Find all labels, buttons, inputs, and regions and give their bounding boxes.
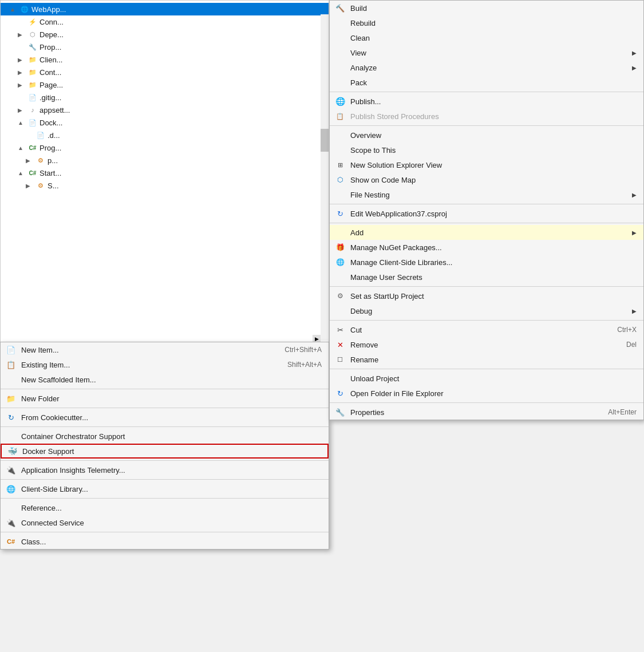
gear-s-icon: ⚙	[36, 181, 45, 190]
menu-item-rebuild[interactable]: Rebuild	[330, 15, 643, 30]
menu-item-clean[interactable]: Clean	[330, 30, 643, 45]
tree-item-s[interactable]: ▶ ⚙ S...	[1, 179, 329, 192]
menu-item-nuget[interactable]: 🎁 Manage NuGet Packages...	[330, 240, 643, 255]
menu-label: Analyze	[350, 64, 377, 72]
tree-item-dep[interactable]: ▶ ⬡ Depe...	[1, 28, 329, 41]
gear-p-icon: ⚙	[36, 156, 45, 165]
properties-icon: 🔧	[334, 406, 346, 418]
menu-item-remove[interactable]: ✕ Remove Del	[330, 337, 643, 352]
tree-item-conn[interactable]: ⚡ Conn...	[1, 15, 329, 28]
new-folder-icon: 📁	[5, 393, 17, 404]
menu-item-analyze[interactable]: Analyze ▶	[330, 60, 643, 75]
menu-item-scaffolded[interactable]: New Scaffolded Item...	[1, 372, 329, 387]
menu-label: Debug	[350, 307, 372, 315]
menu-item-client-lib[interactable]: 🌐 Client-Side Library...	[1, 481, 329, 496]
menu-item-startup-project[interactable]: ⚙ Set as StartUp Project	[330, 289, 643, 303]
music-icon: ♪	[28, 105, 37, 114]
menu-item-view[interactable]: View ▶	[330, 45, 643, 60]
tree-label: .d...	[48, 131, 60, 140]
scrollbar[interactable]	[321, 14, 329, 341]
properties-shortcut: Alt+Enter	[608, 408, 637, 416]
menu-item-publish[interactable]: 🌐 Publish...	[330, 94, 643, 109]
build-icon: 🔨	[334, 2, 346, 14]
menu-item-new-item[interactable]: 📄 New Item... Ctrl+Shift+A	[1, 342, 329, 357]
insights-icon: 🔌	[5, 464, 17, 476]
menu-item-connected-service[interactable]: 🔌 Connected Service	[1, 515, 329, 530]
tree-item-program[interactable]: ▲ C# Prog...	[1, 141, 329, 154]
menu-item-code-map[interactable]: ⬡ Show on Code Map	[330, 172, 643, 187]
menu-item-new-folder[interactable]: 📁 New Folder	[1, 391, 329, 406]
menu-item-properties[interactable]: 🔧 Properties Alt+Enter	[330, 405, 643, 420]
tree-item-cont[interactable]: ▶ 📁 Cont...	[1, 66, 329, 78]
menu-item-pack[interactable]: Pack	[330, 75, 643, 90]
user-secrets-icon	[334, 271, 346, 283]
menu-item-reference[interactable]: Reference...	[1, 500, 329, 515]
tree-item-docker[interactable]: ▲ 📄 Dock...	[1, 116, 329, 129]
connected-service-icon: 🔌	[5, 517, 17, 528]
separator	[1, 479, 329, 480]
menu-label: New Scaffolded Item...	[21, 376, 96, 384]
add-submenu: 📄 New Item... Ctrl+Shift+A 📋 Existing It…	[0, 342, 329, 550]
menu-item-build[interactable]: 🔨 Build	[330, 1, 643, 15]
code-map-icon: ⬡	[334, 174, 346, 185]
separator	[1, 389, 329, 389]
tree-item-p[interactable]: ▶ ⚙ p...	[1, 154, 329, 167]
tree-item-startup[interactable]: ▲ C# Start...	[1, 167, 329, 179]
menu-item-class[interactable]: C# Class...	[1, 534, 329, 549]
menu-label: Properties	[350, 408, 384, 417]
view-icon	[334, 47, 346, 58]
menu-label: Connected Service	[21, 519, 84, 527]
publish-icon: 🌐	[334, 96, 346, 107]
menu-item-overview[interactable]: Overview	[330, 128, 643, 143]
separator	[1, 498, 329, 499]
tree-item-gitignore[interactable]: 📄 .gitig...	[1, 91, 329, 104]
file-docker-icon: 📄	[28, 118, 37, 127]
scrollbar-thumb[interactable]	[321, 129, 329, 152]
separator	[330, 204, 643, 204]
menu-item-cut[interactable]: ✂ Cut Ctrl+X	[330, 322, 643, 337]
menu-label: Pack	[350, 78, 367, 87]
tree-item-webApp[interactable]: ▲ 🌐 WebApp...	[1, 3, 329, 15]
menu-label: New Item...	[21, 346, 59, 354]
menu-item-docker-support[interactable]: 🐳 Docker Support	[1, 444, 329, 459]
menu-label: Overview	[350, 131, 381, 140]
file-nesting-submenu-arrow: ▶	[632, 192, 637, 198]
tree-label: appsett...	[39, 106, 70, 114]
menu-label: Application Insights Telemetry...	[21, 466, 125, 475]
menu-item-app-insights[interactable]: 🔌 Application Insights Telemetry...	[1, 463, 329, 477]
tree-label: Start...	[39, 169, 61, 177]
cs-program-icon: C#	[28, 143, 37, 152]
unload-icon	[334, 373, 346, 384]
menu-item-file-nesting[interactable]: File Nesting ▶	[330, 187, 643, 202]
menu-item-container-orch[interactable]: Container Orchestrator Support	[1, 429, 329, 444]
tree-item-prop[interactable]: 🔧 Prop...	[1, 41, 329, 53]
menu-item-unload[interactable]: Unload Project	[330, 371, 643, 386]
separator	[330, 402, 643, 403]
menu-item-scope[interactable]: Scope to This	[330, 143, 643, 157]
menu-item-new-sol-view[interactable]: ⊞ New Solution Explorer View	[330, 157, 643, 172]
menu-item-manage-client-lib[interactable]: 🌐 Manage Client-Side Libraries...	[330, 255, 643, 270]
menu-item-existing-item[interactable]: 📋 Existing Item... Shift+Alt+A	[1, 357, 329, 372]
folder-cont-icon: 📁	[28, 68, 37, 77]
cookiecutter-icon: ↻	[5, 412, 17, 423]
class-icon: C#	[5, 536, 17, 547]
tree-item-dot[interactable]: 📄 .d...	[1, 129, 329, 141]
menu-item-edit-csproj[interactable]: ↻ Edit WebApplication37.csproj	[330, 206, 643, 221]
tree-item-client[interactable]: ▶ 📁 Clien...	[1, 53, 329, 66]
menu-item-rename[interactable]: ☐ Rename	[330, 352, 643, 367]
menu-label: Remove	[350, 341, 378, 349]
menu-label: Manage Client-Side Libraries...	[350, 258, 452, 267]
menu-item-add[interactable]: Add ▶	[330, 225, 643, 240]
separator	[1, 408, 329, 408]
solution-explorer: ▲ 🌐 WebApp... ⚡ Conn... ▶ ⬡ Depe... 🔧 Pr…	[0, 0, 329, 343]
tree-item-page[interactable]: ▶ 📁 Page...	[1, 78, 329, 91]
tree-item-appsettings[interactable]: ▶ ♪ appsett...	[1, 104, 329, 116]
menu-item-user-secrets[interactable]: Manage User Secrets	[330, 270, 643, 284]
menu-item-open-folder[interactable]: ↻ Open Folder in File Explorer	[330, 386, 643, 401]
tree-label: Prog...	[39, 144, 61, 152]
new-item-icon: 📄	[5, 344, 17, 355]
menu-item-debug[interactable]: Debug ▶	[330, 303, 643, 318]
menu-item-cookiecutter[interactable]: ↻ From Cookiecutter...	[1, 410, 329, 425]
menu-label: Publish...	[350, 97, 381, 106]
menu-label: View	[350, 49, 366, 57]
